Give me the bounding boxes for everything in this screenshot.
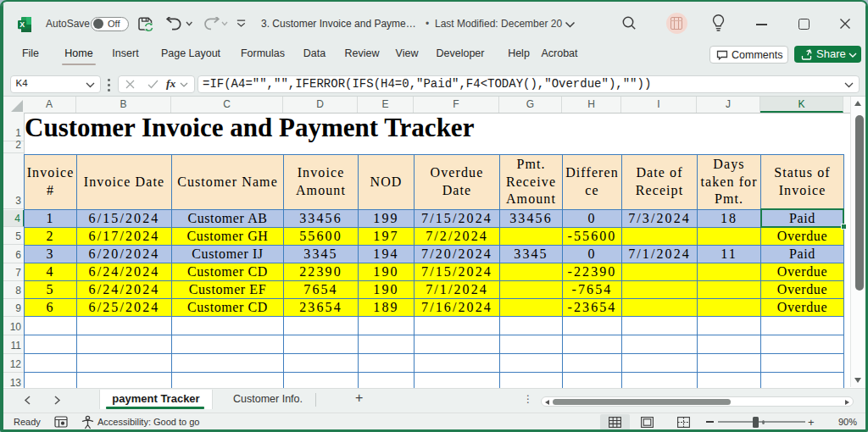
svg-text:X: X [19,20,25,29]
